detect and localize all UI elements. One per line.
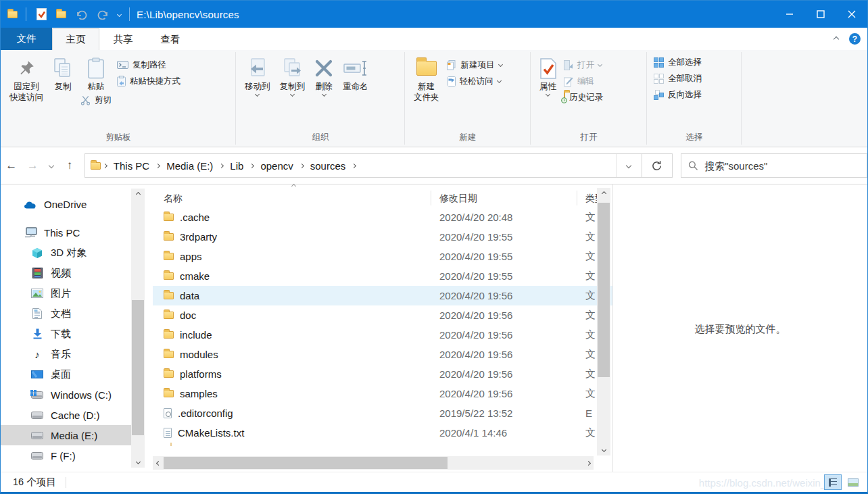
column-header-date[interactable]: 修改日期	[431, 191, 577, 205]
new-folder-button[interactable]: 新建文件夹	[409, 53, 444, 103]
easy-access-button[interactable]: 轻松访问	[444, 73, 504, 89]
move-to-button[interactable]: 移动到	[240, 53, 275, 96]
group-label-organize: 组织	[236, 130, 405, 147]
scroll-up-icon[interactable]	[597, 188, 610, 199]
tab-view[interactable]: 查看	[147, 28, 194, 50]
copy-path-button[interactable]: 复制路径	[114, 57, 169, 73]
refresh-button[interactable]	[642, 153, 673, 178]
cut-button[interactable]: 剪切	[78, 92, 114, 108]
new-item-button[interactable]: 新建项目	[444, 57, 505, 73]
sort-ascending-icon[interactable]	[291, 184, 296, 189]
explorer-window: E:\Lib\opencv\sources 文件 主页 共享 查看 ? 固定到快…	[0, 0, 868, 494]
select-none-button[interactable]: 全部取消	[651, 70, 704, 87]
redo-icon[interactable]	[96, 6, 110, 22]
tab-share[interactable]: 共享	[99, 28, 147, 50]
sidebar-item-pictures[interactable]: 图片	[1, 283, 146, 303]
crumb-this-pc[interactable]: This PC	[110, 160, 153, 172]
copy-to-button[interactable]: 复制到	[275, 53, 310, 96]
file-row[interactable]: CMakeLists.txt 2020/4/1 14:46 文本文档	[153, 423, 612, 443]
minimize-button[interactable]	[774, 1, 805, 28]
sidebar-scrollbar[interactable]	[131, 189, 145, 468]
sidebar-item-documents[interactable]: 文档	[1, 303, 146, 324]
invert-selection-button[interactable]: 反向选择	[651, 87, 704, 103]
tab-home[interactable]: 主页	[52, 28, 99, 50]
select-all-icon	[654, 57, 664, 68]
tab-file[interactable]: 文件	[1, 28, 52, 50]
crumb-chevron-icon	[249, 163, 254, 168]
file-row[interactable]: .cache 2020/4/20 20:48 文件夹	[153, 207, 612, 227]
sidebar-item-desktop[interactable]: 桌面	[1, 364, 146, 385]
sidebar-item-windows-c[interactable]: Windows (C:)	[1, 385, 146, 405]
file-row[interactable]: modules 2020/4/20 19:56 文件夹	[153, 345, 612, 364]
up-button[interactable]: ↑	[59, 153, 80, 178]
scroll-down-icon[interactable]	[597, 444, 610, 455]
maximize-button[interactable]	[805, 1, 836, 28]
qat-dropdown-icon[interactable]	[117, 11, 122, 16]
quick-properties-icon[interactable]	[34, 6, 48, 22]
column-header-name[interactable]: 名称	[153, 191, 431, 205]
crumb-lib[interactable]: Lib	[226, 160, 247, 172]
pin-to-quick-access-button[interactable]: 固定到快速访问	[5, 53, 48, 103]
address-dropdown-icon[interactable]	[616, 154, 642, 177]
file-list-scroll-thumb[interactable]	[598, 203, 610, 377]
back-button[interactable]: ←	[1, 153, 22, 178]
details-view-button[interactable]	[824, 474, 842, 490]
select-all-button[interactable]: 全部选择	[651, 54, 704, 70]
cache-d-drive-icon	[30, 412, 44, 419]
sidebar-item-onedrive[interactable]: OneDrive	[1, 194, 146, 214]
horizontal-scroll-thumb[interactable]	[164, 457, 448, 469]
paste-shortcut-button[interactable]: 粘贴快捷方式	[114, 73, 183, 89]
close-button[interactable]	[836, 1, 867, 28]
file-list: .cache 2020/4/20 20:48 文件夹 3rdparty 2020…	[153, 207, 612, 446]
recent-locations-icon[interactable]	[43, 153, 59, 178]
search-input[interactable]	[704, 160, 860, 172]
open-button[interactable]: 打开	[561, 57, 604, 73]
sidebar-scroll-thumb[interactable]	[132, 300, 144, 435]
file-row[interactable]: samples 2020/4/20 19:56 文件夹	[153, 384, 612, 403]
crumb-media-e[interactable]: Media (E:)	[162, 160, 217, 172]
paste-button[interactable]: 粘贴	[82, 53, 110, 92]
crumb-opencv[interactable]: opencv	[256, 160, 297, 172]
sidebar-item-3d-objects[interactable]: 3D 对象	[1, 243, 146, 263]
file-row[interactable]: cmake 2020/4/20 19:55 文件夹	[153, 266, 612, 286]
file-row[interactable]: 3rdparty 2020/4/20 19:55 文件夹	[153, 227, 612, 247]
sidebar-item-media-e[interactable]: Media (E:)	[1, 425, 131, 445]
search-box[interactable]	[681, 153, 867, 178]
quick-newfolder-icon[interactable]	[56, 11, 66, 18]
sidebar-item-f-drive[interactable]: F (F:)	[1, 445, 146, 466]
file-row[interactable]: platforms 2020/4/20 19:56 文件夹	[153, 364, 612, 384]
file-row-hovered[interactable]: data 2020/4/20 19:56 文件夹	[153, 286, 612, 305]
thumbnails-view-button[interactable]	[844, 474, 862, 490]
file-row[interactable]: apps 2020/4/20 19:55 文件夹	[153, 247, 612, 266]
file-row[interactable]: .editorconfig 2019/5/22 13:52 E	[153, 403, 612, 423]
undo-icon[interactable]	[74, 6, 88, 22]
new-folder-icon	[416, 55, 437, 81]
help-icon[interactable]: ?	[849, 33, 861, 45]
scroll-down-icon[interactable]	[131, 456, 145, 468]
column-header-type[interactable]: 类型	[577, 191, 598, 205]
copy-button[interactable]: 复制	[48, 53, 78, 92]
sidebar-item-downloads[interactable]: 下载	[1, 324, 146, 344]
history-button[interactable]: 历史记录	[561, 89, 606, 105]
address-bar[interactable]: This PC Media (E:) Lib opencv sources	[85, 153, 642, 178]
new-item-icon	[447, 60, 457, 70]
file-list-scrollbar[interactable]	[597, 188, 610, 455]
scroll-right-icon[interactable]	[583, 456, 594, 470]
forward-button[interactable]: →	[22, 153, 43, 178]
horizontal-scrollbar[interactable]	[153, 456, 594, 470]
scroll-left-icon[interactable]	[153, 456, 164, 470]
delete-button[interactable]: 删除	[310, 53, 338, 96]
select-none-icon	[654, 74, 664, 84]
file-row[interactable]: doc 2020/4/20 19:56 文件夹	[153, 305, 612, 325]
crumb-sources[interactable]: sources	[306, 160, 350, 172]
sidebar-item-videos[interactable]: 视频	[1, 263, 146, 283]
sidebar-item-cache-d[interactable]: Cache (D:)	[1, 405, 146, 425]
sidebar-item-music[interactable]: ♪ 音乐	[1, 344, 146, 364]
collapse-ribbon-icon[interactable]	[834, 36, 839, 41]
scroll-up-icon[interactable]	[131, 189, 145, 200]
file-row[interactable]: include 2020/4/20 19:56 文件夹	[153, 325, 612, 345]
edit-button[interactable]: 编辑	[561, 73, 597, 89]
rename-button[interactable]: 重命名	[338, 53, 373, 92]
properties-button[interactable]: 属性	[535, 53, 561, 96]
sidebar-item-this-pc[interactable]: This PC	[1, 222, 146, 243]
